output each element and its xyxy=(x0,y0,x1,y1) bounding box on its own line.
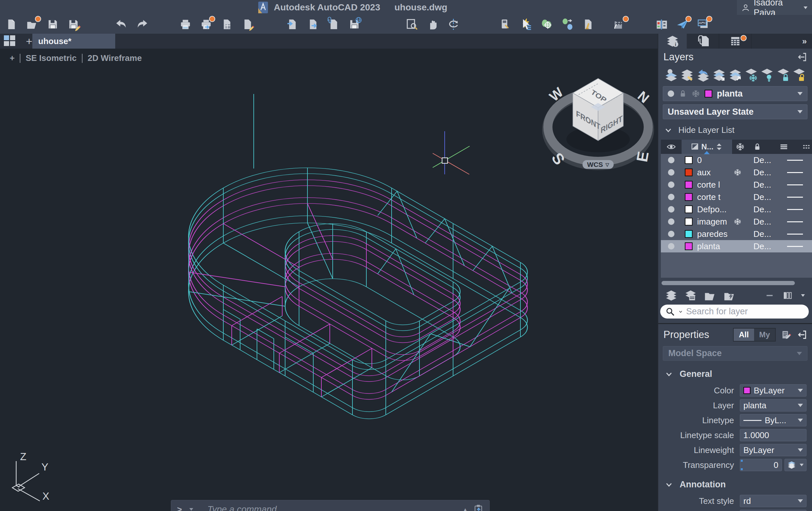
selection-dropdown[interactable]: Model Space xyxy=(663,346,808,361)
layer-linetype[interactable]: De... xyxy=(745,167,783,178)
layer-row[interactable]: planta De... xyxy=(661,240,812,252)
tab-layers[interactable]: i xyxy=(658,34,687,49)
layer-on-icon[interactable] xyxy=(668,182,674,188)
wcs-menu[interactable]: WCS ▽ xyxy=(583,160,614,169)
text-style-dropdown[interactable]: rd xyxy=(740,495,807,507)
layer-freeze-button[interactable] xyxy=(745,69,758,82)
print-button[interactable] xyxy=(179,18,192,30)
layer-row[interactable]: corte t De... xyxy=(661,191,812,203)
layer-row[interactable]: corte l De... xyxy=(661,179,812,191)
redo-button[interactable] xyxy=(136,18,148,30)
layer-unisolate-button[interactable] xyxy=(729,69,742,82)
column-linetype[interactable] xyxy=(766,142,802,152)
section-general[interactable]: General xyxy=(658,361,812,379)
layer-on-icon[interactable] xyxy=(668,243,674,249)
undo-button[interactable] xyxy=(115,18,127,30)
tab-sheet-set-manager[interactable] xyxy=(719,34,752,49)
section-annotation[interactable]: Annotation xyxy=(658,471,812,490)
filter-all-button[interactable]: All xyxy=(734,328,754,341)
transparency-input[interactable]: 0 xyxy=(740,459,782,471)
layer-row[interactable]: 0 De... xyxy=(661,154,812,166)
tab-overview-icon[interactable] xyxy=(4,35,19,47)
attach-button[interactable] xyxy=(327,18,340,30)
linetype-dropdown[interactable]: ByL... xyxy=(740,414,807,426)
layer-isolate-button[interactable] xyxy=(713,69,726,82)
drawing-compare-button[interactable] xyxy=(656,18,668,30)
layer-color-swatch[interactable] xyxy=(685,181,693,189)
layer-linetype[interactable]: De... xyxy=(745,155,783,165)
layer-linetype[interactable]: De... xyxy=(745,217,783,227)
new-file-button[interactable] xyxy=(5,18,18,30)
collapse-button[interactable] xyxy=(765,291,775,300)
lineweight-dropdown[interactable]: ByLayer xyxy=(740,444,807,456)
transparency-mode-dropdown[interactable] xyxy=(784,459,807,471)
layer-group-button[interactable] xyxy=(704,290,716,301)
export-button[interactable] xyxy=(307,18,319,30)
command-line[interactable]: >_ Type a command ▴ xyxy=(171,500,490,511)
edit-properties-icon[interactable] xyxy=(782,330,791,340)
layer-lock-button[interactable] xyxy=(777,69,790,82)
layer-search-input[interactable]: Search for layer xyxy=(660,304,809,319)
drawing-tab-active[interactable]: uhouse* xyxy=(32,34,115,49)
layer-linetype[interactable]: De... xyxy=(745,241,783,251)
column-visibility[interactable] xyxy=(661,142,682,152)
layer-unlock-button[interactable] xyxy=(792,69,806,82)
recent-commands-icon[interactable] xyxy=(474,504,484,511)
orbit-button[interactable] xyxy=(447,18,460,30)
layer-color-swatch[interactable] xyxy=(685,230,693,238)
layer-lineweight-sample[interactable] xyxy=(783,209,812,210)
viewport-menu-button[interactable]: + xyxy=(10,53,14,63)
column-lineweight[interactable] xyxy=(802,142,812,152)
layer-on-icon[interactable] xyxy=(668,169,674,176)
layer-color-swatch[interactable] xyxy=(685,193,693,201)
layer-on-icon[interactable] xyxy=(668,194,674,200)
hatch-settings-button[interactable] xyxy=(614,18,626,30)
plot-button[interactable] xyxy=(200,18,212,30)
open-file-button[interactable] xyxy=(26,18,38,30)
column-freeze[interactable] xyxy=(732,142,749,151)
visual-style-control[interactable]: 2D Wireframe xyxy=(88,53,142,63)
quick-select-button[interactable] xyxy=(520,18,532,30)
purge-button[interactable] xyxy=(582,18,594,30)
tab-external-references[interactable] xyxy=(687,34,719,49)
layer-color-swatch[interactable] xyxy=(685,218,693,225)
new-layer-button[interactable] xyxy=(665,290,677,301)
layer-linetype[interactable]: De... xyxy=(745,180,783,190)
partial-control[interactable] xyxy=(740,510,807,511)
command-input[interactable]: Type a command xyxy=(207,504,277,511)
layer-on-icon[interactable] xyxy=(668,218,674,225)
columns-caret-icon[interactable] xyxy=(801,294,805,297)
layer-lineweight-sample[interactable] xyxy=(783,246,812,247)
import-button[interactable] xyxy=(286,18,298,30)
column-name-sort[interactable]: N... xyxy=(682,140,732,154)
auto-hide-icon[interactable] xyxy=(797,52,807,62)
hide-layer-list-toggle[interactable]: Hide Layer List xyxy=(658,119,812,135)
layer-color-swatch[interactable] xyxy=(685,206,693,213)
layer-dropdown[interactable]: planta xyxy=(740,399,807,411)
save-button[interactable] xyxy=(47,18,59,30)
current-layer-dropdown[interactable]: planta xyxy=(663,86,808,101)
expand-history-icon[interactable]: ▴ xyxy=(464,506,467,511)
pan-button[interactable] xyxy=(427,18,439,30)
layer-on-icon[interactable] xyxy=(668,206,674,213)
command-history-caret-icon[interactable] xyxy=(189,508,193,511)
layer-match-button[interactable] xyxy=(680,69,694,82)
color-dropdown[interactable]: ByLayer xyxy=(740,384,807,397)
layer-lineweight-sample[interactable] xyxy=(783,172,812,173)
layer-lineweight-sample[interactable] xyxy=(783,234,812,235)
plot-preview-button[interactable] xyxy=(241,18,254,30)
viewcube[interactable]: W N S E TOP FRONT RIGHT xyxy=(546,78,652,168)
layer-color-swatch[interactable] xyxy=(685,242,693,250)
filter-my-button[interactable]: My xyxy=(754,328,775,341)
save-to-web-button[interactable] xyxy=(348,18,360,30)
drawing-canvas[interactable]: Z Y X W N S E TOP FRONT RIGHT + SE Isome… xyxy=(0,49,658,511)
palette-overflow-button[interactable]: » xyxy=(797,34,812,49)
page-setup-button[interactable] xyxy=(221,18,233,30)
layer-properties-button[interactable] xyxy=(665,69,678,82)
layer-previous-button[interactable] xyxy=(697,69,710,82)
save-as-button[interactable] xyxy=(67,18,80,30)
frozen-vp-icon[interactable] xyxy=(730,168,745,176)
layer-state-dropdown[interactable]: Unsaved Layer State xyxy=(663,104,808,119)
layer-lineweight-sample[interactable] xyxy=(783,184,812,185)
columns-button[interactable] xyxy=(782,291,793,300)
